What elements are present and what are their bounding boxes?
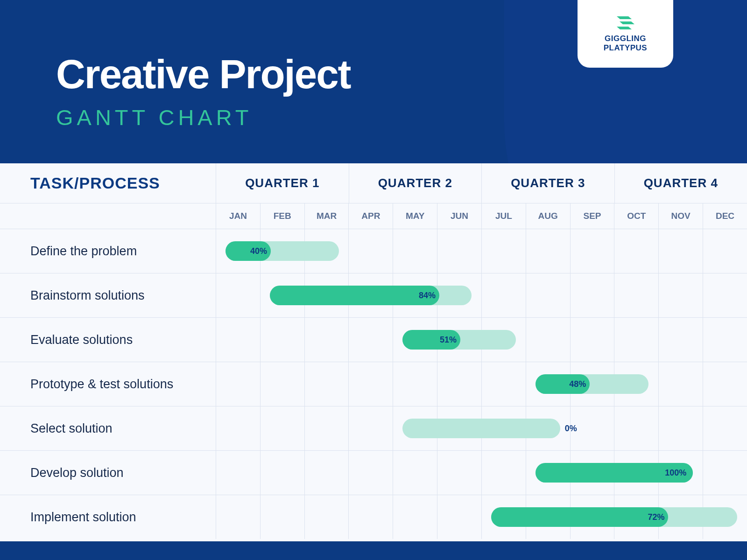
grid-cell [304, 495, 349, 539]
gantt-bar-label: 51% [440, 335, 457, 345]
grid-cell [703, 273, 747, 317]
grid-cell [260, 362, 304, 406]
grid-cell [437, 495, 481, 539]
svg-marker-2 [617, 27, 632, 29]
task-label: Evaluate solutions [0, 318, 216, 362]
grid-cell [216, 273, 260, 317]
task-column-spacer [0, 203, 216, 229]
grid-cell [658, 362, 703, 406]
grid-cell [304, 451, 349, 495]
gantt-bar-label: 84% [419, 291, 436, 301]
grid-cell [304, 318, 349, 362]
gantt-bar-progress [270, 286, 439, 305]
month-header-apr: APR [348, 203, 393, 229]
quarter-header-3: QUARTER 3 [481, 163, 614, 203]
logo-text-line1: GIGGLING [604, 34, 647, 43]
grid-cell [703, 229, 747, 273]
gantt-bar: 48% [536, 374, 649, 394]
grid-cell [614, 273, 658, 317]
grid-cell [260, 495, 304, 539]
header-row-quarters: TASK/PROCESS QUARTER 1 QUARTER 2 QUARTER… [0, 163, 747, 203]
header: Creative Project GANTT CHART GIGGLING PL… [0, 0, 747, 163]
grid-cell [348, 318, 393, 362]
grid-cell [481, 229, 526, 273]
grid-cell [703, 406, 747, 450]
grid-cell [304, 362, 349, 406]
month-header-jul: JUL [481, 203, 526, 229]
gantt-bar-label: 48% [569, 379, 586, 389]
grid-cell [526, 273, 570, 317]
svg-marker-1 [620, 21, 634, 24]
task-row: Brainstorm solutions84% [0, 273, 747, 317]
gantt-grid: TASK/PROCESS QUARTER 1 QUARTER 2 QUARTER… [0, 163, 747, 541]
logo-icon [616, 15, 635, 30]
gantt-bar-label: 100% [665, 468, 686, 478]
footer-bar [0, 541, 747, 560]
grid-cell [437, 229, 481, 273]
grid-cell [216, 318, 260, 362]
gantt-bar-progress [491, 507, 669, 527]
grid-cell [526, 229, 570, 273]
grid-cell [570, 273, 614, 317]
task-label: Develop solution [0, 451, 216, 495]
gantt-bar: 72% [491, 507, 737, 527]
gantt-bar-label: 0% [565, 424, 577, 434]
gantt-panel: TASK/PROCESS QUARTER 1 QUARTER 2 QUARTER… [0, 163, 747, 541]
grid-cell [570, 229, 614, 273]
grid-cell [437, 451, 481, 495]
month-header-nov: NOV [658, 203, 703, 229]
grid-cell [216, 406, 260, 450]
month-header-dec: DEC [703, 203, 747, 229]
grid-cell [614, 229, 658, 273]
grid-cell [658, 318, 703, 362]
header-row-months: JAN FEB MAR APR MAY JUN JUL AUG SEP OCT … [0, 203, 747, 229]
quarter-header-1: QUARTER 1 [216, 163, 349, 203]
grid-cell [481, 273, 526, 317]
task-label: Define the problem [0, 229, 216, 273]
month-header-jan: JAN [216, 203, 260, 229]
task-row: Implement solution72% [0, 495, 747, 539]
grid-cell [216, 495, 260, 539]
grid-cell [481, 362, 526, 406]
grid-cell [304, 406, 349, 450]
task-row: Define the problem40% [0, 229, 747, 273]
gantt-bar: 51% [402, 330, 516, 350]
gantt-bar-label: 40% [250, 246, 267, 256]
logo-card: GIGGLING PLATYPUS [578, 0, 673, 68]
grid-cell [348, 495, 393, 539]
task-row: Evaluate solutions51% [0, 317, 747, 362]
grid-cell [614, 406, 658, 450]
grid-cell [614, 318, 658, 362]
task-label: Prototype & test solutions [0, 362, 216, 406]
grid-cell [348, 229, 393, 273]
logo-text: GIGGLING PLATYPUS [604, 34, 647, 52]
logo-text-line2: PLATYPUS [604, 43, 647, 53]
gantt-bar: 0% [402, 419, 560, 438]
task-row: Develop solution100% [0, 450, 747, 495]
grid-cell [526, 318, 570, 362]
grid-cell [437, 362, 481, 406]
grid-cell [348, 451, 393, 495]
month-header-feb: FEB [260, 203, 304, 229]
quarter-header-2: QUARTER 2 [349, 163, 482, 203]
task-label: Brainstorm solutions [0, 273, 216, 317]
grid-cell [658, 229, 703, 273]
grid-cell [393, 451, 437, 495]
grid-cell [393, 495, 437, 539]
gantt-bar: 84% [270, 286, 472, 305]
month-header-may: MAY [393, 203, 437, 229]
quarter-header-4: QUARTER 4 [614, 163, 747, 203]
grid-cell [393, 229, 437, 273]
gantt-bar: 100% [536, 463, 693, 483]
grid-cell [393, 362, 437, 406]
grid-cell [348, 406, 393, 450]
gantt-bar: 40% [226, 241, 339, 261]
month-header-jun: JUN [437, 203, 481, 229]
grid-cell [703, 362, 747, 406]
task-label: Select solution [0, 406, 216, 450]
grid-cell [703, 318, 747, 362]
month-header-sep: SEP [570, 203, 614, 229]
grid-cell [348, 362, 393, 406]
grid-cell [260, 406, 304, 450]
task-label: Implement solution [0, 495, 216, 539]
